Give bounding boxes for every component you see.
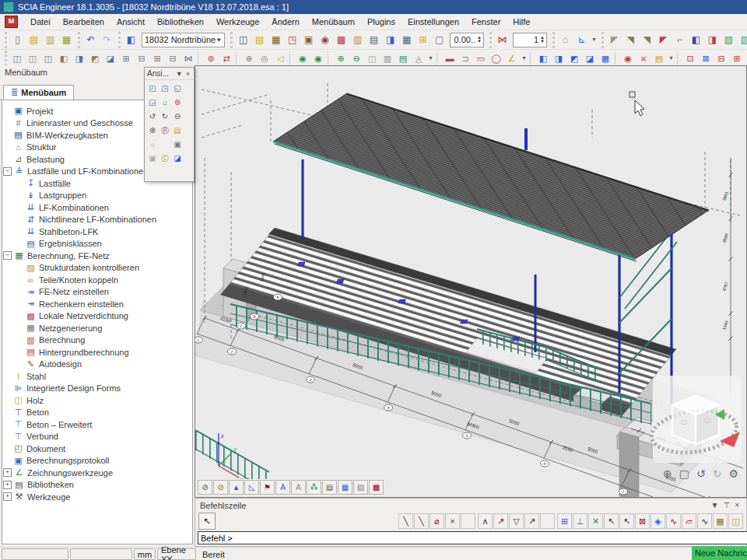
- toolbar-icon[interactable]: ▥: [380, 51, 395, 66]
- toolbar-icon[interactable]: ◎: [257, 51, 272, 66]
- toolbar-icon[interactable]: ◥: [639, 32, 655, 48]
- strip-icon[interactable]: ⚑: [260, 480, 275, 495]
- toolbar-icon[interactable]: ◧: [535, 51, 551, 66]
- project-combo[interactable]: 18032 Nordtribüne ▼: [142, 33, 225, 47]
- expander-icon[interactable]: −: [3, 251, 12, 260]
- toolbar-icon[interactable]: ⊞: [415, 32, 431, 48]
- toolbar-icon[interactable]: ▣: [300, 32, 317, 48]
- snap-icon[interactable]: ⊞: [557, 513, 572, 529]
- pin-icon[interactable]: ⊤: [721, 501, 732, 509]
- new-messages-badge[interactable]: Neue Nachrichten: [692, 546, 747, 560]
- snap-icon[interactable]: ✕: [588, 513, 603, 529]
- toolbar-icon[interactable]: ▾: [590, 32, 598, 48]
- menu-item[interactable]: Werkzeuge: [210, 16, 265, 28]
- scale-spinner[interactable]: 0.00.. ▲▼: [450, 33, 484, 47]
- toolbar-icon[interactable]: ▩: [333, 32, 349, 48]
- tree-item[interactable]: ⊤ Beton – Erweitert: [2, 418, 192, 431]
- toolbar-icon[interactable]: ⊕: [241, 51, 257, 66]
- menu-item[interactable]: Menübaum: [306, 16, 361, 28]
- toolbar-icon[interactable]: ▾: [426, 51, 435, 66]
- snap-icon[interactable]: ◫: [728, 513, 743, 529]
- toolbar-icon[interactable]: ◤: [655, 32, 672, 48]
- toolbar-icon[interactable]: ◁: [272, 51, 288, 66]
- toolbar-icon[interactable]: ◨: [704, 32, 721, 48]
- spinner-arrows-icon[interactable]: ▲▼: [477, 36, 482, 44]
- tree-item[interactable]: ▦ Netzgenerierung: [2, 322, 192, 334]
- strip-icon[interactable]: ◺: [244, 480, 259, 495]
- toolbar-icon[interactable]: ◯: [489, 51, 504, 66]
- toolbar-icon[interactable]: ⊟: [714, 51, 729, 66]
- toolbar-icon[interactable]: ▾: [667, 51, 675, 66]
- toolbar-icon[interactable]: ⇄: [219, 51, 234, 66]
- tree-item[interactable]: ▩ Lokale Netzverdichtung: [2, 310, 192, 323]
- view-toolbar-icon[interactable]: ⊛: [171, 96, 184, 110]
- toolbar-icon[interactable]: ▦: [58, 32, 75, 48]
- tree-item[interactable]: ⊤ Beton: [2, 407, 192, 419]
- snap-icon[interactable]: ∧: [478, 513, 493, 529]
- toolbar-icon[interactable]: ▤: [651, 51, 667, 66]
- toolbar-icon[interactable]: ⊡: [682, 51, 698, 66]
- menu-item[interactable]: Einstellungen: [402, 16, 465, 28]
- snap-icon[interactable]: ↖: [604, 513, 619, 529]
- toolbar-icon[interactable]: ◨: [382, 32, 398, 48]
- menu-item[interactable]: Bibliotheken: [151, 16, 210, 28]
- toolbar-icon[interactable]: ⊛: [203, 51, 219, 66]
- view-toolbar-icon[interactable]: ↺: [146, 110, 159, 124]
- toolbar-icon[interactable]: ▤: [366, 32, 382, 48]
- strip-icon[interactable]: ⁂: [307, 480, 321, 495]
- tree-item[interactable]: ▣ Berechnungsprotokoll: [2, 455, 192, 467]
- nav-icon[interactable]: ↻: [713, 467, 722, 480]
- menu-item[interactable]: Fenster: [465, 16, 507, 28]
- menu-item[interactable]: Plugins: [361, 16, 402, 28]
- toolbar-icon[interactable]: ▯: [9, 32, 26, 48]
- menu-item[interactable]: Ansicht: [110, 16, 151, 28]
- tree-item[interactable]: ▨ Strukturdaten kontrollieren: [2, 262, 192, 275]
- view-toolbar-icon[interactable]: ⌂: [159, 96, 171, 110]
- nav-icon[interactable]: ⚙: [728, 467, 738, 480]
- toolbar-icon[interactable]: ▢: [431, 32, 447, 48]
- view-toolbar-icon[interactable]: ⊕: [146, 124, 159, 138]
- view-toolbar-icon[interactable]: ◱: [171, 82, 184, 96]
- tree-item[interactable]: ◫ Holz: [2, 394, 192, 407]
- status-cell[interactable]: mm: [134, 548, 156, 560]
- snap-icon[interactable]: ▽: [509, 513, 524, 529]
- toolbar-icon[interactable]: ◫: [9, 51, 25, 66]
- tree-item[interactable]: ↠ FE-Netz einstellen: [2, 286, 192, 299]
- view-toolbar-icon[interactable]: ↻: [159, 110, 171, 124]
- expander-icon[interactable]: −: [3, 167, 12, 176]
- snap-icon[interactable]: ⌀: [430, 513, 444, 529]
- snap-icon[interactable]: [540, 513, 555, 529]
- snap-icon[interactable]: ╲: [414, 513, 429, 529]
- toolbar-icon[interactable]: ▧: [721, 32, 737, 48]
- toolbar-icon[interactable]: ◉: [620, 51, 636, 66]
- snap-icon[interactable]: ╲: [398, 513, 413, 529]
- view-toolbar-icon[interactable]: ◳: [159, 82, 171, 96]
- view-toolbar-icon[interactable]: ◪: [171, 152, 184, 166]
- toolbar-icon[interactable]: ◩: [566, 51, 582, 66]
- viewport-3d[interactable]: 2150 5000 5000 5000 5000 5000 5000 34300…: [195, 65, 747, 498]
- strip-icon[interactable]: ▤: [322, 480, 337, 495]
- toolbar-icon[interactable]: ▾: [520, 51, 528, 66]
- menu-item[interactable]: Bearbeiten: [57, 16, 110, 28]
- nav-icon[interactable]: ↺: [696, 467, 706, 480]
- toolbar-icon[interactable]: [289, 52, 293, 65]
- view-toolbar-icon[interactable]: Ⓡ: [159, 124, 171, 138]
- view-toolbar-icon[interactable]: ◲: [146, 96, 159, 110]
- tree-item[interactable]: ⇊ LF-Kombinationen: [2, 201, 192, 214]
- tree-item[interactable]: ⊫ Integrierte Design Forms: [2, 383, 192, 395]
- chevron-down-icon[interactable]: ▼: [709, 501, 721, 509]
- toolbar-icon[interactable]: ◫: [40, 51, 56, 66]
- snap-icon[interactable]: ↗: [493, 513, 508, 529]
- toolbar-icon[interactable]: ◨: [72, 51, 87, 66]
- snap-icon[interactable]: ×: [445, 513, 460, 529]
- menu-item[interactable]: Ändern: [265, 16, 305, 28]
- toolbar-icon[interactable]: ◫: [235, 32, 251, 48]
- toolbar-icon[interactable]: ▤: [26, 32, 42, 48]
- count-spinner[interactable]: 1 ▲▼: [513, 33, 547, 47]
- toolbar-icon[interactable]: [677, 52, 681, 65]
- toolbar-icon[interactable]: ⊟: [134, 51, 149, 66]
- tree-item[interactable]: ⇊ Stahlbeton-LFK: [2, 226, 192, 238]
- close-icon[interactable]: ×: [732, 501, 742, 509]
- strip-icon[interactable]: ⊘: [198, 480, 212, 495]
- toolbar-icon[interactable]: ◬: [411, 51, 426, 66]
